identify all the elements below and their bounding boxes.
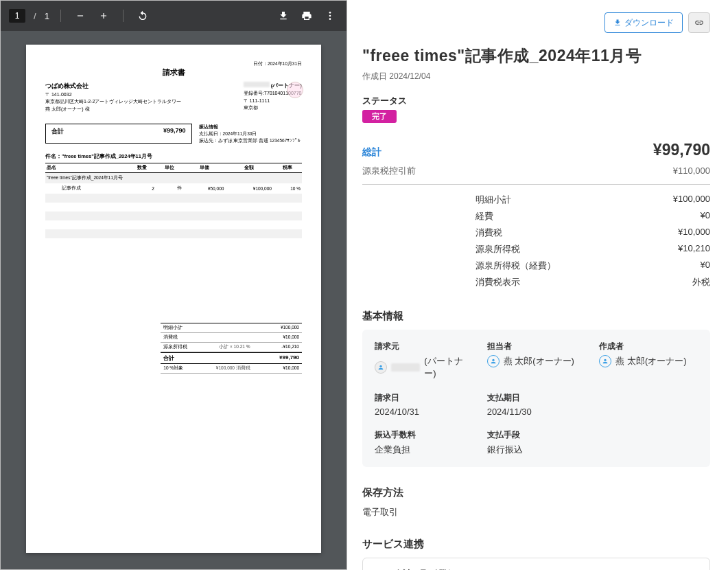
rotate-button[interactable] xyxy=(134,8,151,24)
status-label: ステータス xyxy=(362,95,710,107)
download-icon xyxy=(613,19,622,27)
seal-icon xyxy=(287,82,303,98)
freee-card: freee会計の取引登録 取引を登録 xyxy=(362,558,710,570)
page-total: 1 xyxy=(45,11,49,21)
status-badge: 完了 xyxy=(362,110,397,123)
page-separator: / xyxy=(32,11,38,21)
pdf-page: 日付：2024年10月31日 請求書 つばめ株式会社 〒 141-0032 東京… xyxy=(26,45,321,553)
print-button[interactable] xyxy=(298,8,315,24)
total-value: ¥99,790 xyxy=(653,141,710,159)
svg-point-3 xyxy=(379,365,381,367)
pre-withholding-value: ¥110,000 xyxy=(673,166,710,176)
detail-panel: ダウンロード "freee times"記事作成_2024年11月号 作成日 2… xyxy=(347,0,728,570)
basic-info-heading: 基本情報 xyxy=(362,310,710,323)
storage-heading: 保存方法 xyxy=(362,486,710,499)
page-title: "freee times"記事作成_2024年11月号 xyxy=(362,45,710,67)
svg-point-5 xyxy=(604,359,607,361)
pre-withholding-label: 源泉税控引前 xyxy=(362,165,416,177)
svg-point-1 xyxy=(329,15,331,17)
avatar-icon xyxy=(487,355,500,367)
avatar-icon xyxy=(375,361,387,374)
created-date: 作成日 2024/12/04 xyxy=(362,71,710,82)
pdf-toolbar: 1 / 1 xyxy=(1,1,347,31)
download-button[interactable]: ダウンロード xyxy=(604,12,683,33)
link-icon xyxy=(694,18,704,27)
breakdown-list: 明細小計¥100,000 経費¥0 消費税¥10,000 源泉所得税¥10,21… xyxy=(362,192,710,290)
integration-heading: サービス連携 xyxy=(362,538,710,551)
basic-info-card: 請求元 (パートナー) 担当者 燕 太郎(オーナー) 作成者 燕 太郎(オーナー… xyxy=(362,330,710,467)
page-current-input[interactable]: 1 xyxy=(9,9,25,23)
pdf-viewer: 1 / 1 日付：2024年10月31日 請求書 つばめ株式会社 〒 141-0… xyxy=(0,0,347,570)
svg-point-0 xyxy=(329,12,331,14)
storage-value: 電子取引 xyxy=(362,506,710,518)
more-menu-button[interactable] xyxy=(322,8,338,24)
svg-point-2 xyxy=(329,18,331,20)
svg-point-4 xyxy=(492,359,494,361)
download-pdf-button[interactable] xyxy=(275,8,292,24)
pdf-doc-title: 請求書 xyxy=(45,67,302,78)
zoom-in-button[interactable] xyxy=(95,8,112,24)
avatar-icon xyxy=(599,355,611,367)
total-label: 総計 xyxy=(362,146,381,159)
link-button[interactable] xyxy=(688,12,710,33)
zoom-out-button[interactable] xyxy=(72,8,89,24)
